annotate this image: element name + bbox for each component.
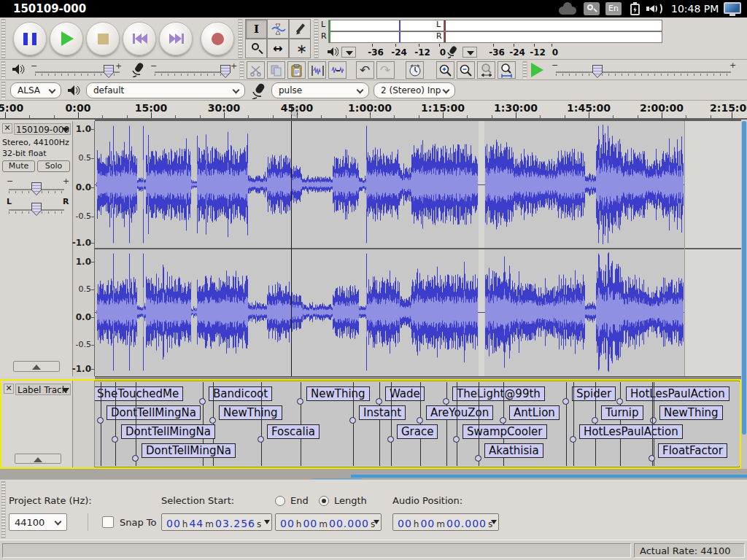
label-handle[interactable] — [570, 436, 576, 443]
track-label[interactable]: SheTouchedMe — [95, 386, 183, 401]
clock[interactable]: 10:48 PM — [671, 3, 719, 15]
selection-length-digits[interactable]: 00 — [303, 518, 317, 529]
zoom-out-button[interactable] — [457, 61, 475, 79]
silence-audio-button[interactable] — [328, 61, 347, 79]
zoom-in-button[interactable] — [436, 61, 454, 79]
paste-button[interactable] — [287, 61, 306, 79]
pause-button[interactable] — [13, 22, 47, 55]
pan-thumb[interactable] — [31, 203, 42, 216]
time-field-dropdown-icon[interactable] — [374, 520, 379, 524]
mute-button[interactable]: Mute — [2, 160, 35, 172]
label-handle[interactable] — [500, 417, 506, 424]
label-handle[interactable] — [209, 417, 216, 424]
label-handle[interactable] — [297, 398, 303, 405]
play-button[interactable] — [50, 22, 83, 55]
label-handle[interactable] — [258, 436, 264, 443]
track-label[interactable]: Instant — [359, 405, 406, 420]
track-label[interactable]: NewThing — [659, 405, 723, 420]
play-speed-slider[interactable] — [556, 71, 731, 73]
waveform-canvas[interactable] — [95, 121, 741, 376]
track-label[interactable]: Akathisia — [484, 443, 543, 458]
vertical-ruler[interactable]: 1.00.50.0-0.5-1.01.00.50.0-0.5-1.0 — [73, 121, 95, 376]
label-handle[interactable] — [417, 417, 423, 424]
track-collapse-button[interactable] — [13, 361, 60, 372]
track-label[interactable]: Turnip — [601, 405, 643, 420]
fit-project-button[interactable] — [498, 61, 516, 79]
stop-button[interactable] — [86, 22, 120, 55]
track-label[interactable]: TheLight@99th — [452, 386, 545, 401]
track-label[interactable]: AreYouZon — [426, 405, 493, 420]
recording-device-select[interactable]: pulse — [271, 82, 369, 98]
cut-button[interactable] — [247, 61, 265, 79]
audio-position-digits[interactable]: 00.000 — [446, 518, 487, 529]
track-label[interactable]: HotLesPaulAction — [626, 386, 729, 401]
label-handle[interactable] — [592, 417, 598, 424]
label-track-title-menu[interactable]: Label Track — [15, 384, 71, 395]
track-label[interactable]: DontTellMingNa — [107, 405, 201, 420]
playspeed-toolbar-grip[interactable] — [522, 61, 527, 79]
recording-channels-select[interactable]: 2 (Stereo) Inp — [374, 82, 455, 98]
label-area[interactable]: SheTouchedMeBandicootNewThingWadeTheLigh… — [95, 382, 740, 466]
recording-meter-right-bar[interactable] — [444, 31, 662, 43]
track-label[interactable]: NewThing — [306, 386, 370, 401]
selection-start-digits[interactable]: 00 — [166, 518, 181, 529]
label-handle[interactable] — [376, 398, 382, 405]
label-handle[interactable] — [97, 417, 104, 424]
skip-to-start-button[interactable] — [123, 22, 156, 55]
playback-device-select[interactable]: default — [86, 82, 245, 98]
multi-tool-button[interactable]: ∗ — [289, 39, 311, 58]
label-handle[interactable] — [349, 417, 356, 424]
label-handle[interactable] — [453, 436, 460, 443]
play-at-speed-button[interactable] — [531, 63, 543, 77]
tools-toolbar-grip[interactable] — [238, 19, 243, 58]
battery-icon[interactable] — [630, 4, 640, 15]
transport-toolbar-grip[interactable] — [1, 19, 6, 58]
track-title-menu[interactable]: 150109-000 — [14, 123, 71, 135]
label-handle[interactable] — [616, 398, 623, 405]
record-button[interactable] — [201, 22, 234, 55]
label-handle[interactable] — [649, 455, 655, 462]
track-label[interactable]: FloatFactor — [658, 443, 727, 458]
vertical-scrollbar[interactable] — [741, 121, 747, 469]
track-label[interactable]: Bandicoot — [209, 386, 272, 401]
track-label[interactable]: Grace — [397, 424, 438, 439]
length-radio[interactable] — [319, 496, 329, 506]
copy-button[interactable] — [267, 61, 285, 79]
zoom-tool-button[interactable] — [245, 39, 267, 58]
redo-button[interactable]: ↷ — [376, 61, 395, 79]
label-track-collapse-button[interactable] — [15, 454, 61, 464]
track-label[interactable]: SwampCooler — [462, 424, 547, 439]
audio-position-digits[interactable]: 00 — [398, 518, 412, 529]
selection-tool-button[interactable]: I — [245, 19, 267, 39]
vertical-scrollbar-thumb[interactable] — [742, 121, 746, 435]
label-handle[interactable] — [387, 436, 394, 443]
selection-start-digits[interactable]: 03.256 — [215, 518, 255, 529]
time-field-dropdown-icon[interactable] — [491, 520, 497, 524]
edit-toolbar-grip[interactable] — [239, 61, 244, 79]
keyboard-layout-badge[interactable]: En — [605, 2, 622, 15]
input-volume-slider[interactable] — [155, 71, 231, 73]
timeshift-tool-button[interactable]: ↔ — [267, 39, 289, 58]
selection-length-digits[interactable]: 00.000 — [329, 518, 369, 529]
recording-meter-left-bar[interactable] — [444, 20, 662, 31]
snap-to-checkbox[interactable] — [102, 516, 114, 528]
playback-meter-dropdown[interactable] — [341, 47, 356, 58]
device-toolbar-grip[interactable] — [1, 82, 6, 99]
audio-position-field[interactable]: 00h00m00.000s — [392, 513, 499, 531]
label-handle[interactable] — [650, 417, 657, 424]
skip-to-end-button[interactable] — [159, 22, 193, 55]
track-label[interactable]: AntLion — [509, 405, 560, 420]
track-label[interactable]: DontTellMingNa — [142, 443, 236, 458]
track-label[interactable]: Spider — [572, 386, 616, 401]
output-volume-thumb[interactable] — [104, 65, 114, 78]
label-handle[interactable] — [475, 455, 481, 462]
label-handle[interactable] — [562, 398, 569, 405]
label-track-close-button[interactable]: ✕ — [4, 384, 14, 394]
selection-length-digits[interactable]: 00 — [280, 518, 295, 529]
selection-start-field[interactable]: 00h44m03.256s — [161, 513, 272, 531]
horizontal-scrollbar-thumb[interactable] — [351, 475, 747, 478]
sync-lock-button[interactable] — [406, 61, 424, 79]
label-handle[interactable] — [132, 455, 139, 462]
project-rate-select[interactable]: 44100 — [9, 513, 67, 531]
audio-position-digits[interactable]: 00 — [420, 518, 435, 529]
